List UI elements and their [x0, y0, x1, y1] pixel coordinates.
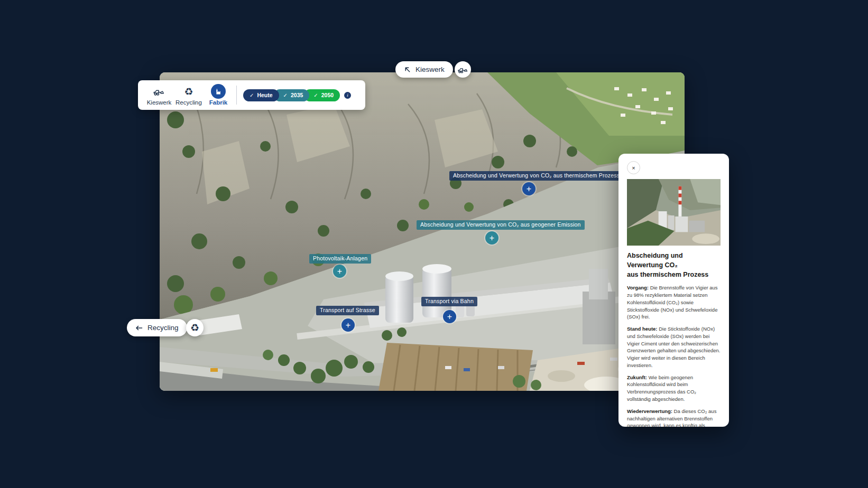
toggle-label: 2050 — [321, 92, 334, 98]
detail-panel: × Abscheidung und Verwertung CO₂ — [618, 154, 729, 427]
toggle-2035[interactable]: ✓ 2035 — [274, 89, 310, 101]
toolbar-divider — [236, 86, 237, 105]
factory-icon — [211, 84, 226, 99]
aerial-map-stage[interactable]: Abscheidung und Verwertung von CO₂ aus t… — [160, 72, 685, 391]
hotspot-label-transport-strasse[interactable]: Transport auf Strasse — [316, 306, 379, 315]
arrow-up-left-icon — [404, 66, 411, 73]
recycle-icon: ♻ — [184, 85, 193, 98]
detail-section-vorgang: Vorgang: Die Brennstoffe von Vigier aus … — [627, 284, 721, 321]
excavator-icon — [153, 85, 165, 98]
tab-label: Fabrik — [209, 99, 228, 106]
plus-icon: + — [527, 185, 531, 193]
layer-toolbar: Kieswerk ♻ Recycling Fabrik ✓ Heute — [138, 80, 365, 110]
info-icon[interactable]: i — [344, 92, 351, 99]
tab-label: Kieswerk — [147, 99, 172, 106]
toggle-label: Heute — [257, 92, 272, 98]
time-toggle-group: ✓ Heute ✓ 2035 ✓ 2050 — [243, 89, 340, 101]
tab-fabrik[interactable]: Fabrik — [204, 85, 233, 106]
kieswerk-icon-button[interactable] — [455, 61, 471, 78]
excavator-icon — [457, 65, 469, 74]
detail-photo — [627, 179, 721, 246]
hotspot-plus-button-photovoltaik[interactable]: + — [333, 265, 346, 278]
hotspot-plus-button-co2-geogen[interactable]: + — [485, 231, 498, 245]
recycle-icon: ♻ — [190, 322, 199, 334]
section-text: Die Stickstoffoxide (NOx) und Schwefelox… — [627, 326, 720, 368]
plus-icon: + — [337, 267, 342, 276]
detail-title: Abscheidung und Verwertung CO₂ aus therm… — [627, 251, 721, 279]
plus-icon: + — [447, 313, 452, 321]
recycling-icon-button[interactable]: ♻ — [186, 319, 204, 336]
arrow-left-icon — [135, 325, 143, 331]
detail-section-stand-heute: Stand heute: Die Stickstoffoxide (NOx) u… — [627, 325, 721, 369]
tab-label: Recycling — [176, 99, 202, 106]
back-to-kieswerk-label: Kieswerk — [415, 65, 445, 73]
aerial-photo — [160, 72, 685, 391]
hotspot-plus-button-co2-thermisch[interactable]: + — [522, 182, 535, 195]
close-icon: × — [632, 165, 635, 171]
toggle-2050[interactable]: ✓ 2050 — [304, 89, 340, 101]
app-background: Abscheidung und Verwertung von CO₂ aus t… — [0, 0, 868, 488]
hotspot-label-co2-thermisch[interactable]: Abscheidung und Verwertung von CO₂ aus t… — [449, 171, 623, 181]
hotspot-plus-button-transport-bahn[interactable]: + — [443, 310, 456, 323]
hotspot-label-photovoltaik[interactable]: Photovoltaik-Anlagen — [309, 254, 371, 264]
back-to-recycling-label: Recycling — [147, 324, 179, 332]
hotspot-plus-button-transport-strasse[interactable]: + — [341, 318, 355, 332]
check-icon: ✓ — [283, 92, 288, 98]
section-label: Zukunft: — [627, 374, 647, 380]
check-icon: ✓ — [250, 92, 254, 98]
hotspot-label-transport-bahn[interactable]: Transport via Bahn — [421, 297, 477, 306]
plus-icon: + — [490, 234, 494, 242]
back-to-recycling-button[interactable]: Recycling — [127, 319, 187, 336]
hotspot-label-co2-geogen[interactable]: Abscheidung und Verwertung von CO₂ aus g… — [417, 220, 585, 230]
section-label: Vorgang: — [627, 285, 649, 290]
plus-icon: + — [346, 321, 350, 330]
toggle-label: 2035 — [291, 92, 303, 98]
close-button[interactable]: × — [627, 161, 640, 174]
toggle-heute[interactable]: ✓ Heute — [243, 89, 279, 101]
detail-section-wiederverwertung: Wiederverwertung: Da dieses CO₂ aus nach… — [627, 408, 721, 427]
tab-kieswerk[interactable]: Kieswerk — [144, 85, 174, 106]
section-label: Stand heute: — [627, 326, 658, 332]
back-to-kieswerk-button[interactable]: Kieswerk — [395, 61, 453, 78]
section-label: Wiederverwertung: — [627, 408, 672, 414]
detail-section-zukunft: Zukunft: Wie beim geogenen Kohlenstoffdi… — [627, 374, 721, 403]
check-icon: ✓ — [313, 92, 318, 98]
tab-recycling[interactable]: ♻ Recycling — [174, 85, 204, 106]
